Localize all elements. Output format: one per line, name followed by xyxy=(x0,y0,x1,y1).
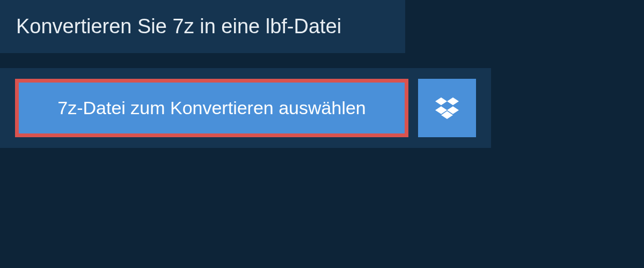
dropbox-icon xyxy=(435,95,459,121)
action-panel: 7z-Datei zum Konvertieren auswählen xyxy=(0,68,491,148)
dropbox-button[interactable] xyxy=(418,79,476,137)
select-file-button[interactable]: 7z-Datei zum Konvertieren auswählen xyxy=(15,79,408,137)
title-bar: Konvertieren Sie 7z in eine lbf-Datei xyxy=(0,0,405,53)
page-title: Konvertieren Sie 7z in eine lbf-Datei xyxy=(16,15,389,38)
select-file-label: 7z-Datei zum Konvertieren auswählen xyxy=(57,98,366,118)
